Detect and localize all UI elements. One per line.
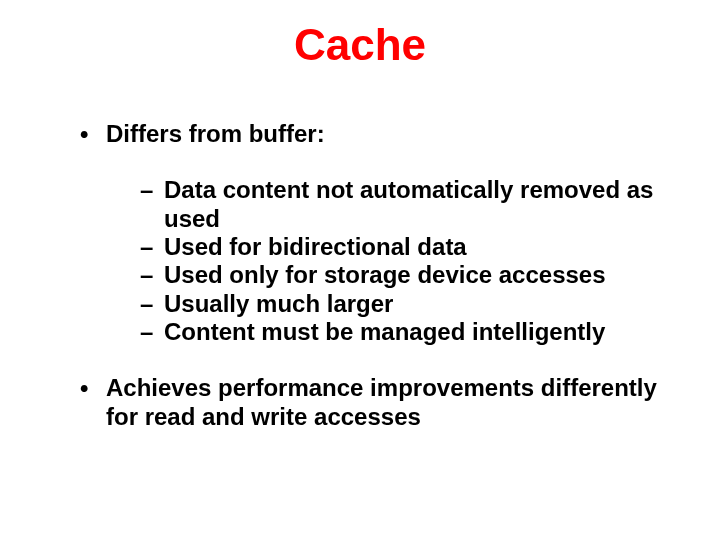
slide: Cache Differs from buffer: Data content … bbox=[0, 0, 720, 540]
slide-title: Cache bbox=[0, 20, 720, 70]
sub-bullet-text: Usually much larger bbox=[164, 290, 660, 318]
slide-body: Differs from buffer: Data content not au… bbox=[80, 120, 660, 459]
sub-bullet-text: Used for bidirectional data bbox=[164, 233, 660, 261]
sub-bullet-text: Used only for storage device accesses bbox=[164, 261, 660, 289]
sub-bullet-item: Content must be managed intelligently bbox=[140, 318, 660, 346]
bullet-dot-icon bbox=[80, 120, 106, 148]
sub-bullet-item: Used for bidirectional data bbox=[140, 233, 660, 261]
dash-icon bbox=[140, 176, 164, 233]
dash-icon bbox=[140, 290, 164, 318]
bullet-item: Achieves performance improvements differ… bbox=[80, 374, 660, 431]
bullet-item: Differs from buffer: bbox=[80, 120, 660, 148]
sub-bullet-item: Data content not automatically removed a… bbox=[140, 176, 660, 233]
sub-bullet-item: Usually much larger bbox=[140, 290, 660, 318]
dash-icon bbox=[140, 233, 164, 261]
sub-bullet-text: Data content not automatically removed a… bbox=[164, 176, 660, 233]
bullet-text: Differs from buffer: bbox=[106, 120, 660, 148]
bullet-text: Achieves performance improvements differ… bbox=[106, 374, 660, 431]
dash-icon bbox=[140, 261, 164, 289]
sub-bullet-text: Content must be managed intelligently bbox=[164, 318, 660, 346]
sub-bullet-item: Used only for storage device accesses bbox=[140, 261, 660, 289]
sub-bullet-list: Data content not automatically removed a… bbox=[140, 176, 660, 346]
bullet-dot-icon bbox=[80, 374, 106, 431]
dash-icon bbox=[140, 318, 164, 346]
